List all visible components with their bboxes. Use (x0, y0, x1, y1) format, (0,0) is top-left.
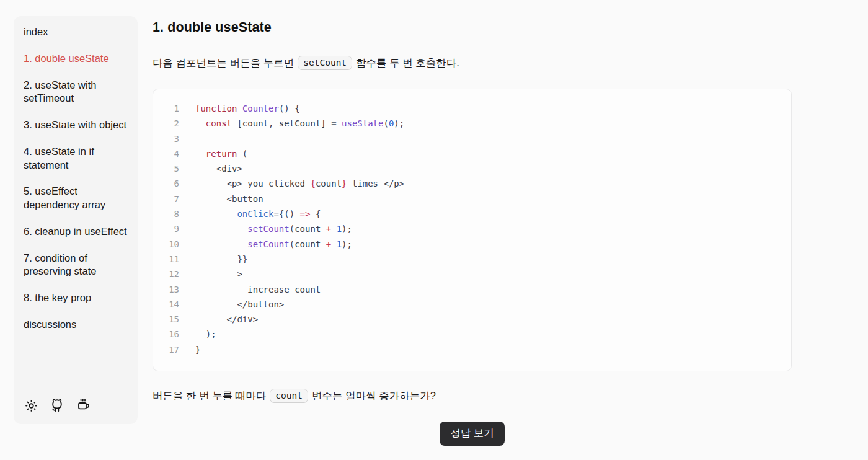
code-line: 3 (161, 131, 781, 146)
line-number: 1 (161, 101, 195, 116)
code-text: > (195, 267, 242, 281)
question-text-after: 변수는 얼마씩 증가하는가? (312, 389, 436, 403)
line-number: 16 (161, 327, 195, 342)
code-text: increase count (195, 282, 321, 297)
question-text-before: 버튼을 한 번 누를 때마다 (153, 389, 266, 403)
code-block: 1function Counter() {2 const [count, set… (153, 89, 792, 371)
code-line: 7 <button (161, 192, 781, 206)
code-text: </button> (195, 297, 284, 312)
line-number: 2 (161, 116, 195, 131)
line-number: 17 (161, 342, 195, 357)
code-text: onClick={() => { (195, 206, 321, 221)
intro-text-before: 다음 컴포넌트는 버튼을 누르면 (153, 56, 294, 70)
sidebar-item[interactable]: 4. useState in if statement (24, 145, 128, 172)
line-number: 12 (161, 267, 195, 281)
code-line: 13 increase count (161, 282, 781, 297)
line-number: 3 (161, 131, 195, 146)
code-text: function Counter() { (195, 101, 300, 116)
coffee-link-button[interactable] (76, 398, 91, 413)
main-content: 1. double useState 다음 컴포넌트는 버튼을 누르면 setC… (153, 16, 792, 446)
line-number: 15 (161, 312, 195, 327)
code-line: 11 }} (161, 252, 781, 267)
line-number: 8 (161, 206, 195, 221)
sidebar-nav-list: index1. double useState2. useState with … (24, 25, 128, 345)
code-line: 6 <p> you clicked {count} times </p> (161, 176, 781, 191)
sidebar-footer-icons (24, 398, 128, 413)
code-line: 17} (161, 342, 781, 357)
sidebar-item[interactable]: index (24, 25, 128, 39)
code-text: setCount(count + 1); (195, 221, 352, 236)
code-line: 14 </button> (161, 297, 781, 312)
intro-text-after: 함수를 두 번 호출한다. (356, 56, 459, 70)
line-number: 9 (161, 221, 195, 236)
sidebar-item[interactable]: discussions (24, 318, 128, 332)
sidebar-item[interactable]: 6. cleanup in useEffect (24, 225, 128, 239)
question-paragraph: 버튼을 한 번 누를 때마다 count 변수는 얼마씩 증가하는가? (153, 389, 792, 403)
code-text: </div> (195, 312, 258, 327)
code-text: ); (195, 327, 216, 342)
code-line: 10 setCount(count + 1); (161, 237, 781, 252)
sun-icon (24, 399, 38, 413)
line-number: 10 (161, 237, 195, 252)
sidebar-item[interactable]: 5. useEffect dependency array (24, 185, 128, 212)
sidebar: index1. double useState2. useState with … (14, 16, 138, 424)
sidebar-item[interactable]: 1. double useState (24, 52, 128, 66)
inline-code-count: count (270, 389, 308, 403)
code-line: 8 onClick={() => { (161, 206, 781, 221)
inline-code-setcount: setCount (298, 56, 352, 70)
github-link-button[interactable] (50, 398, 64, 413)
code-text: <button (195, 192, 264, 206)
code-text: const [count, setCount] = useState(0); (195, 116, 404, 131)
code-text: } (195, 342, 200, 357)
line-number: 5 (161, 161, 195, 176)
line-number: 7 (161, 192, 195, 206)
answer-button-row: 정답 보기 (153, 422, 792, 446)
line-number: 14 (161, 297, 195, 312)
code-text: <p> you clicked {count} times </p> (195, 176, 404, 191)
line-number: 4 (161, 146, 195, 161)
code-text: setCount(count + 1); (195, 237, 352, 252)
code-text: }} (195, 252, 247, 267)
coffee-icon (76, 398, 91, 413)
code-text: <div> (195, 161, 242, 176)
page-title: 1. double useState (153, 20, 792, 35)
code-line: 15 </div> (161, 312, 781, 327)
github-icon (50, 398, 64, 413)
code-line: 4 return ( (161, 146, 781, 161)
code-line: 12 > (161, 267, 781, 281)
intro-paragraph: 다음 컴포넌트는 버튼을 누르면 setCount 함수를 두 번 호출한다. (153, 56, 792, 70)
code-line: 2 const [count, setCount] = useState(0); (161, 116, 781, 131)
line-number: 11 (161, 252, 195, 267)
sidebar-item[interactable]: 2. useState with setTimeout (24, 79, 128, 106)
sidebar-item[interactable]: 8. the key prop (24, 291, 128, 305)
sidebar-item[interactable]: 7. condition of preserving state (24, 252, 128, 279)
sidebar-item[interactable]: 3. useState with object (24, 118, 128, 132)
code-line: 9 setCount(count + 1); (161, 221, 781, 236)
code-line: 5 <div> (161, 161, 781, 176)
line-number: 6 (161, 176, 195, 191)
line-number: 13 (161, 282, 195, 297)
code-line: 16 ); (161, 327, 781, 342)
theme-toggle-button[interactable] (24, 398, 38, 413)
code-text: return ( (195, 146, 247, 161)
code-line: 1function Counter() { (161, 101, 781, 116)
show-answer-button[interactable]: 정답 보기 (440, 422, 505, 446)
